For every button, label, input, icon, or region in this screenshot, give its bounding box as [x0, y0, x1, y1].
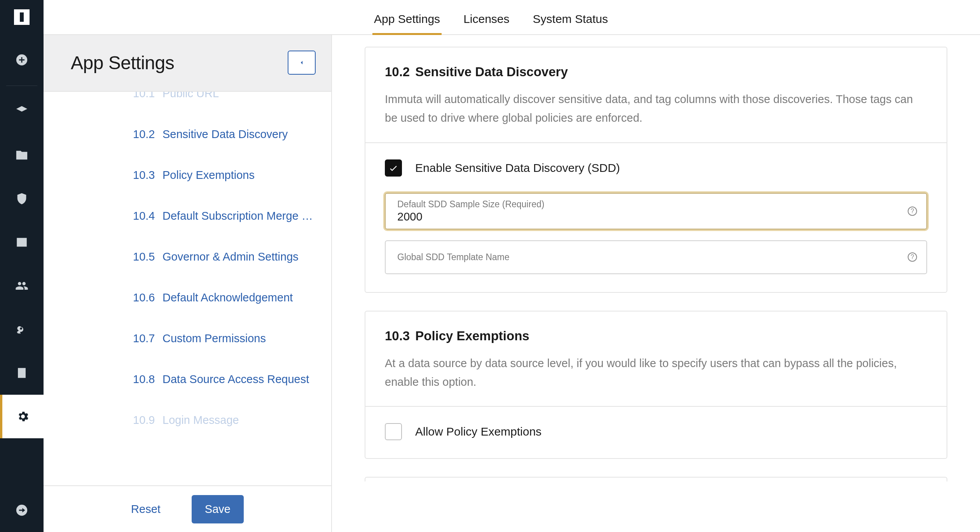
nav-terminal[interactable]: [0, 220, 44, 264]
nav-shield[interactable]: [0, 177, 44, 220]
save-button[interactable]: Save: [192, 495, 244, 523]
reset-button[interactable]: Reset: [131, 503, 161, 516]
field-label: Global SDD Template Name: [397, 252, 899, 262]
sidebar-item[interactable]: 10.5 Governor & Admin Settings: [133, 236, 320, 277]
sidebar-item-label: Custom Permissions: [162, 332, 266, 345]
sidebar-header: App Settings: [44, 35, 331, 92]
nav-folder[interactable]: [0, 133, 44, 177]
section-number: 10.2: [385, 65, 410, 79]
section-title: Sensitive Data Discovery: [415, 65, 568, 79]
top-tabs: App Settings Licenses System Status: [44, 0, 980, 35]
sidebar-list[interactable]: 10.1Public URL 10.2 Sensitive Data Disco…: [44, 92, 331, 485]
layers-icon: [15, 105, 28, 118]
folder-icon: [15, 149, 28, 162]
doc-icon: [15, 366, 28, 380]
arrow-circle-icon: [15, 504, 28, 517]
sidebar-item[interactable]: 10.1Public URL: [133, 92, 320, 114]
nav-layers[interactable]: [0, 90, 44, 133]
settings-sidebar: App Settings 10.1Public URL 10.2 Sensiti…: [44, 35, 332, 532]
field-label: Default SDD Sample Size (Required): [397, 199, 899, 210]
nav-doc[interactable]: [0, 351, 44, 395]
sdd-sample-size-field[interactable]: Default SDD Sample Size (Required) 2000 …: [385, 193, 927, 229]
key-icon: [15, 323, 28, 336]
card-header: 10.3 Policy Exemptions At a data source …: [365, 312, 947, 407]
chevron-left-icon: [298, 59, 305, 66]
sidebar-item[interactable]: 10.7 Custom Permissions: [133, 318, 320, 359]
sidebar-item-label: Sensitive Data Discovery: [162, 128, 288, 141]
enable-sdd-label: Enable Sensitive Data Discovery (SDD): [415, 161, 620, 175]
help-icon[interactable]: ?: [908, 206, 917, 216]
sidebar-item-label: Default Acknowledgement: [162, 291, 293, 304]
check-icon: [388, 163, 398, 173]
sidebar-item[interactable]: 10.8 Data Source Access Request: [133, 359, 320, 400]
section-description: At a data source by data source level, i…: [385, 354, 927, 392]
content[interactable]: 10.2 Sensitive Data Discovery Immuta wil…: [332, 35, 980, 532]
sidebar-item-label: Governor & Admin Settings: [162, 250, 299, 263]
terminal-icon: [15, 236, 28, 249]
enable-sdd-row: Enable Sensitive Data Discovery (SDD): [385, 159, 927, 177]
people-icon: [15, 279, 28, 292]
nav-settings[interactable]: [0, 395, 44, 438]
sidebar-item-label: Data Source Access Request: [162, 373, 309, 386]
gear-icon: [16, 410, 30, 423]
nav-rail: [0, 0, 44, 532]
nav-people[interactable]: [0, 264, 44, 308]
nav-add[interactable]: [0, 38, 44, 82]
field-value: 2000: [397, 210, 899, 223]
plus-circle-icon: [15, 53, 28, 66]
section-cutoff: [365, 477, 947, 481]
sidebar-item[interactable]: 10.6 Default Acknowledgement: [133, 277, 320, 318]
sidebar-item-label: Policy Exemptions: [162, 169, 255, 182]
sidebar-item[interactable]: 10.4 Default Subscription Merge Options: [133, 196, 320, 236]
main: App Settings Licenses System Status App …: [44, 0, 980, 532]
sidebar-item[interactable]: 10.2 Sensitive Data Discovery: [133, 114, 320, 155]
section-policy-exemptions: 10.3 Policy Exemptions At a data source …: [365, 311, 947, 459]
sidebar-item-label: Default Subscription Merge Options: [162, 210, 316, 222]
tab-system-status[interactable]: System Status: [533, 12, 608, 34]
app-logo[interactable]: [14, 9, 30, 25]
shield-icon: [15, 192, 28, 205]
allow-exemptions-checkbox[interactable]: [385, 423, 402, 440]
tab-licenses[interactable]: Licenses: [463, 12, 509, 34]
card-body: Enable Sensitive Data Discovery (SDD) De…: [365, 143, 947, 292]
tab-app-settings[interactable]: App Settings: [374, 12, 440, 34]
nav-exit[interactable]: [0, 488, 44, 532]
enable-sdd-checkbox[interactable]: [385, 159, 402, 177]
sidebar-footer: Reset Save: [44, 485, 331, 532]
section-title: Policy Exemptions: [415, 329, 529, 343]
card-body: Allow Policy Exemptions: [365, 407, 947, 458]
sidebar-title: App Settings: [71, 52, 174, 74]
card-header: 10.2 Sensitive Data Discovery Immuta wil…: [365, 47, 947, 143]
sidebar-item[interactable]: 10.9Login Message: [133, 400, 320, 441]
collapse-sidebar-button[interactable]: [288, 51, 316, 75]
nav-key[interactable]: [0, 308, 44, 351]
section-sdd: 10.2 Sensitive Data Discovery Immuta wil…: [365, 47, 947, 293]
help-icon[interactable]: ?: [908, 252, 917, 262]
section-number: 10.3: [385, 329, 410, 343]
allow-exemptions-row: Allow Policy Exemptions: [385, 423, 927, 440]
sidebar-item[interactable]: 10.3 Policy Exemptions: [133, 155, 320, 196]
section-description: Immuta will automatically discover sensi…: [385, 90, 927, 128]
allow-exemptions-label: Allow Policy Exemptions: [415, 425, 542, 438]
sdd-template-name-field[interactable]: Global SDD Template Name ?: [385, 240, 927, 274]
